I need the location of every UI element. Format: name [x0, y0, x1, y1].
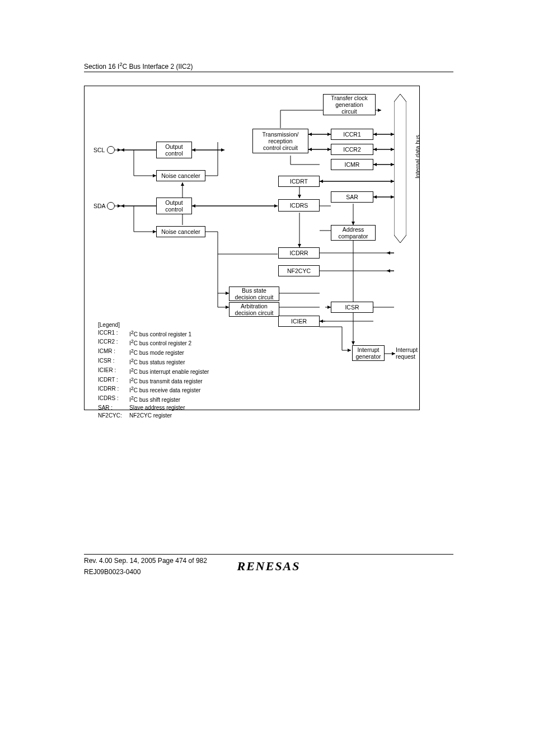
section-pre: Section 16 I [84, 63, 119, 71]
block-txrx-ctrl: Transmission/ reception control circuit [252, 129, 308, 153]
block-icsr: ICSR [331, 302, 373, 313]
block-noise-1: Noise canceler [156, 170, 205, 181]
legend-row: ICIER :I2C bus interrupt enable register [98, 367, 209, 376]
legend-val: I2C bus receive data register [129, 385, 200, 395]
internal-data-bus [394, 94, 406, 243]
legend-row: ICCR2 :I2C bus control register 2 [98, 338, 209, 348]
legend-row: ICDRR :I2C bus receive data register [98, 385, 209, 395]
legend-key: ICMR : [98, 348, 129, 357]
legend-row: ICSR :I2C bus status register [98, 357, 209, 367]
block-addr-cmp: Address comparator [331, 225, 376, 241]
block-xfer-clock: Transfer clock generation circuit [323, 94, 376, 115]
block-nf2cyc: NF2CYC [278, 265, 320, 276]
legend-val: NF2CYC register [129, 412, 172, 420]
legend-val: Slave address register [129, 404, 185, 412]
block-sar: SAR [331, 191, 373, 203]
pin-sda [107, 202, 115, 210]
pin-label-sda: SDA [93, 203, 106, 209]
block-bus-state: Bus state decision circuit [229, 287, 279, 301]
legend-val: I2C bus control register 2 [129, 338, 191, 348]
block-out-ctrl-1: Output control [156, 142, 192, 158]
page-footer: Rev. 4.00 Sep. 14, 2005 Page 474 of 982 … [84, 554, 453, 576]
block-out-ctrl-2: Output control [156, 198, 192, 214]
legend-row: ICDRT :I2C bus transmit data register [98, 376, 209, 386]
legend-key: ICSR : [98, 357, 129, 367]
block-iccr2: ICCR2 [331, 144, 373, 155]
block-arb: Arbitration decision circuit [229, 302, 279, 317]
label-interrupt-out: Interrupt request [396, 347, 418, 360]
block-icier: ICIER [278, 316, 320, 327]
legend-row: SAR :Slave address register [98, 404, 209, 412]
legend-val: I2C bus shift register [129, 395, 180, 404]
legend: [Legend] ICCR1 :I2C bus control register… [98, 321, 209, 419]
block-icdrr: ICDRR [278, 247, 320, 259]
section-post: C Bus Interface 2 (IIC2) [122, 63, 193, 71]
legend-val: I2C bus transmit data register [129, 376, 203, 386]
legend-title: [Legend] [98, 321, 209, 329]
legend-val: I2C bus mode register [129, 348, 184, 357]
legend-row: NF2CYC:NF2CYC register [98, 412, 209, 420]
legend-row: ICCR1 :I2C bus control register 1 [98, 329, 209, 339]
block-icdrs: ICDRS [278, 199, 320, 212]
legend-key: ICDRT : [98, 376, 129, 386]
block-diagram: SCL SDA Output control Noise canceler Ou… [84, 86, 420, 410]
brand-logo: RENESAS [237, 559, 300, 574]
legend-key: ICDRR : [98, 385, 129, 395]
pin-label-scl: SCL [93, 147, 105, 153]
legend-val: I2C bus control register 1 [129, 329, 191, 339]
block-noise-2: Noise canceler [156, 226, 205, 237]
bus-label: Internal data bus [414, 135, 421, 179]
block-iccr1: ICCR1 [331, 129, 373, 140]
block-int-gen: Interrupt generator [352, 345, 385, 361]
legend-key: ICDRS : [98, 395, 129, 404]
legend-val: I2C bus interrupt enable register [129, 367, 209, 376]
legend-key: ICCR1 : [98, 329, 129, 339]
block-icdrt: ICDRT [278, 176, 320, 187]
legend-val: I2C bus status register [129, 357, 185, 367]
legend-key: ICIER : [98, 367, 129, 376]
legend-row: ICDRS :I2C bus shift register [98, 395, 209, 404]
pin-scl [107, 146, 115, 154]
block-icmr: ICMR [331, 159, 373, 170]
legend-key: SAR : [98, 404, 129, 412]
legend-row: ICMR :I2C bus mode register [98, 348, 209, 357]
legend-key: ICCR2 : [98, 338, 129, 348]
section-header: Section 16 I2C Bus Interface 2 (IIC2) [84, 62, 453, 72]
legend-key: NF2CYC: [98, 412, 129, 420]
